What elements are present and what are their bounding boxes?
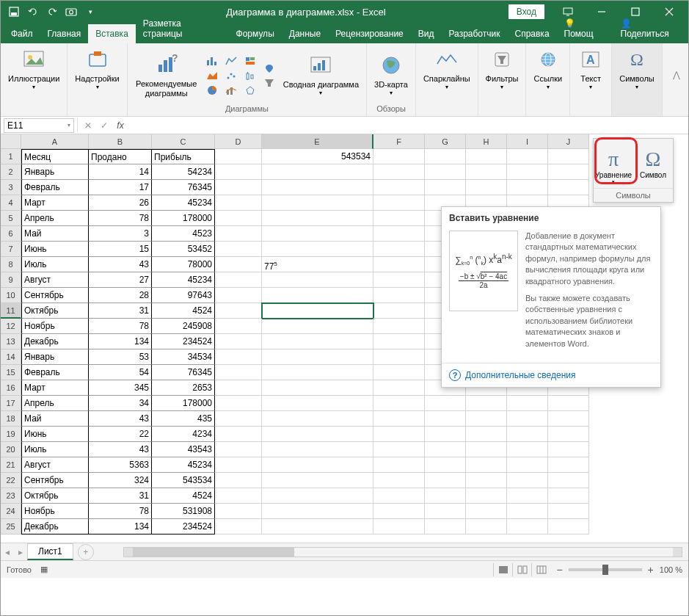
cell[interactable]: Июнь xyxy=(21,242,89,257)
add-sheet-button[interactable]: + xyxy=(78,544,94,560)
cell[interactable] xyxy=(262,396,373,411)
cell[interactable] xyxy=(548,504,589,519)
cancel-formula-icon[interactable]: ✕ xyxy=(81,118,95,133)
row-header[interactable]: 23 xyxy=(1,488,21,504)
row-header[interactable]: 3 xyxy=(1,180,21,195)
cell[interactable] xyxy=(466,504,507,519)
col-header-E[interactable]: E xyxy=(262,134,373,149)
cell[interactable] xyxy=(373,457,425,473)
cell[interactable] xyxy=(215,411,262,427)
cell[interactable] xyxy=(215,442,262,457)
cell[interactable]: 134 xyxy=(89,334,152,349)
cell[interactable] xyxy=(373,427,425,442)
cell[interactable] xyxy=(262,411,373,427)
cell[interactable] xyxy=(466,164,507,180)
cell[interactable]: 53 xyxy=(89,349,152,365)
accept-formula-icon[interactable]: ✓ xyxy=(97,118,112,133)
cell[interactable] xyxy=(262,365,373,380)
cell[interactable]: Ноябрь xyxy=(21,319,89,334)
cell[interactable]: 53452 xyxy=(152,242,215,257)
cell[interactable]: 245908 xyxy=(152,319,215,334)
cell[interactable]: 45234 xyxy=(152,457,215,473)
cell[interactable] xyxy=(262,457,373,473)
cell[interactable]: Сентябрь xyxy=(21,288,89,303)
cell[interactable] xyxy=(425,411,466,427)
cell[interactable] xyxy=(262,334,373,349)
symbols-button[interactable]: ΩСимволы▾ xyxy=(616,46,657,93)
cell[interactable]: Апрель xyxy=(21,211,89,226)
cell[interactable] xyxy=(262,319,373,334)
cell[interactable]: 45234 xyxy=(152,272,215,288)
tooltip-more-link[interactable]: ? Дополнительные сведения xyxy=(442,363,660,387)
recommended-charts-button[interactable]: ?Рекомендуемые диаграммы xyxy=(132,51,201,98)
cell[interactable] xyxy=(373,288,425,303)
cell[interactable] xyxy=(262,164,373,180)
cell[interactable]: Август xyxy=(21,457,89,473)
cell[interactable] xyxy=(548,427,589,442)
cell[interactable]: Прибыль xyxy=(152,149,215,164)
cell[interactable] xyxy=(466,396,507,411)
cell[interactable]: 5363 xyxy=(89,457,152,473)
cell[interactable]: 435 xyxy=(152,411,215,427)
cell[interactable]: Май xyxy=(21,411,89,427)
tab-view[interactable]: Вид xyxy=(411,24,442,43)
cell[interactable]: 31 xyxy=(89,303,152,319)
col-header-I[interactable]: I xyxy=(507,134,548,149)
cell[interactable]: 26 xyxy=(89,195,152,211)
row-header[interactable]: 24 xyxy=(1,504,21,519)
cell[interactable]: Ноябрь xyxy=(21,504,89,519)
login-button[interactable]: Вход xyxy=(508,4,544,19)
zoom-thumb[interactable] xyxy=(602,565,608,575)
cell[interactable] xyxy=(373,442,425,457)
text-button[interactable]: AТекст▾ xyxy=(575,46,607,93)
cell[interactable]: 775 xyxy=(262,257,373,272)
cell[interactable] xyxy=(373,164,425,180)
sheet-nav-prev-icon[interactable]: ◂ xyxy=(1,545,14,559)
row-header[interactable]: 10 xyxy=(1,288,21,303)
cell[interactable]: 78 xyxy=(89,319,152,334)
cell[interactable] xyxy=(215,257,262,272)
row-header[interactable]: 25 xyxy=(1,519,21,535)
horizontal-scrollbar[interactable] xyxy=(123,547,682,557)
cell[interactable]: Январь xyxy=(21,164,89,180)
row-header[interactable]: 22 xyxy=(1,473,21,488)
cell[interactable] xyxy=(548,164,589,180)
cell[interactable] xyxy=(466,149,507,164)
redo-icon[interactable] xyxy=(43,3,61,21)
cell[interactable]: 4524 xyxy=(152,303,215,319)
col-header-F[interactable]: F xyxy=(373,134,425,149)
cell[interactable] xyxy=(507,488,548,504)
cell[interactable] xyxy=(262,211,373,226)
cell[interactable]: 543534 xyxy=(262,149,373,164)
fx-icon[interactable]: fx xyxy=(113,118,128,133)
cell[interactable] xyxy=(466,457,507,473)
cell[interactable] xyxy=(373,411,425,427)
cell[interactable]: Продано xyxy=(89,149,152,164)
cell[interactable] xyxy=(262,180,373,195)
cell[interactable]: Декабрь xyxy=(21,519,89,535)
cell[interactable]: 4524 xyxy=(152,488,215,504)
cell[interactable]: 17 xyxy=(89,180,152,195)
cell[interactable]: 43 xyxy=(89,442,152,457)
links-button[interactable]: Ссылки▾ xyxy=(531,46,565,93)
cell[interactable] xyxy=(215,396,262,411)
cell[interactable] xyxy=(215,504,262,519)
cell[interactable] xyxy=(373,242,425,257)
cell[interactable]: 543534 xyxy=(152,473,215,488)
cell[interactable] xyxy=(373,226,425,242)
zoom-level[interactable]: 100 % xyxy=(660,565,682,574)
sheet-tab[interactable]: Лист1 xyxy=(27,543,73,560)
cell[interactable] xyxy=(262,303,373,319)
row-header[interactable]: 15 xyxy=(1,365,21,380)
tab-layout[interactable]: Разметка страницы xyxy=(136,14,229,43)
cell[interactable]: 43 xyxy=(89,411,152,427)
tab-developer[interactable]: Разработчик xyxy=(442,24,508,43)
cell[interactable] xyxy=(466,519,507,535)
cell[interactable] xyxy=(215,164,262,180)
pivot-chart-button[interactable]: Сводная диаграмма▾ xyxy=(280,52,362,98)
cell[interactable]: Январь xyxy=(21,349,89,365)
zoom-slider[interactable] xyxy=(569,568,642,571)
row-header[interactable]: 6 xyxy=(1,226,21,242)
cell[interactable] xyxy=(425,442,466,457)
row-header[interactable]: 12 xyxy=(1,319,21,334)
